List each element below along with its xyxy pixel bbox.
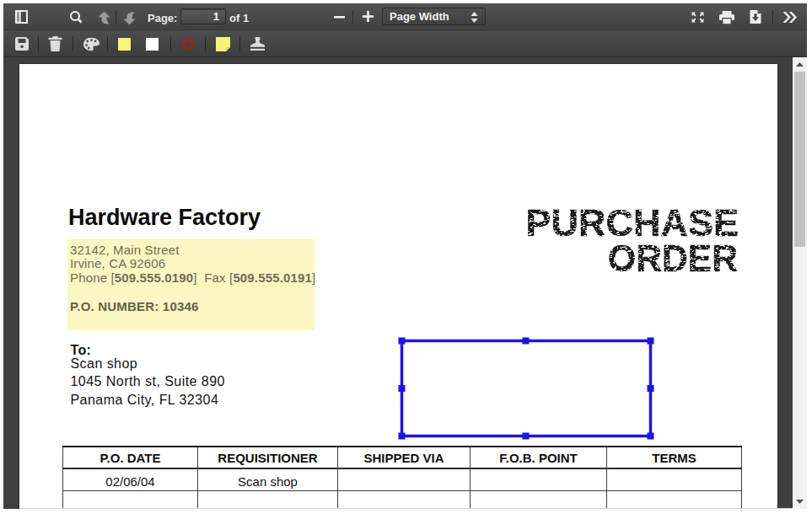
svg-text:PURCHASE: PURCHASE xyxy=(525,201,739,244)
